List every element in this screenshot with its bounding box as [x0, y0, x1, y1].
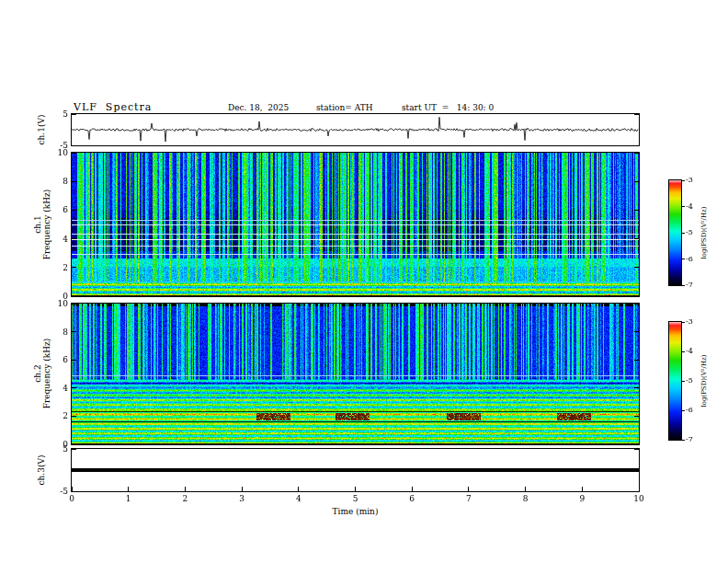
x-tick-label: 10 [630, 494, 648, 503]
panel-ch3-voltage [71, 448, 640, 492]
colorbar-tick-mark [682, 410, 685, 411]
ch1-spectrogram-canvas [72, 153, 639, 296]
y-label-text: ch.1(V) [37, 115, 46, 145]
colorbar-ch1 [668, 179, 682, 286]
x-tick-label: 1 [119, 494, 138, 503]
ch3-waveform-canvas [72, 449, 639, 491]
colorbar-tick-mark [682, 440, 685, 441]
colorbar-tick-mark [682, 233, 685, 234]
colorbar-tick-mark [682, 285, 685, 286]
figure-date: Dec. 18, 2025 [228, 103, 289, 112]
colorbar-tick-mark [682, 180, 685, 181]
colorbar-tick-mark [682, 381, 685, 382]
y-tick-label: 0 [48, 292, 68, 301]
x-axis-label: Time (min) [72, 507, 639, 516]
y-tick-label: 10 [48, 148, 68, 157]
colorbar-ch2 [668, 321, 682, 441]
ch1-waveform-canvas [72, 114, 639, 145]
y-label-unit: Frequency (kHz) [42, 190, 51, 260]
y-tick-label: 5 [48, 444, 68, 454]
colorbar-tick-label: -3 [686, 317, 702, 327]
y-label-ch1-voltage: ch.1(V) [37, 107, 46, 153]
panel-ch1-spectrogram [71, 152, 640, 297]
x-tick-label: 9 [573, 494, 591, 503]
y-label-text: ch.3(V) [37, 455, 46, 486]
colorbar-tick-label: -7 [686, 435, 702, 444]
x-tick-label: 6 [403, 494, 421, 503]
x-tick-label: 3 [233, 494, 251, 503]
panel-ch2-spectrogram [71, 303, 640, 445]
colorbar-tick-label: -7 [686, 281, 702, 290]
x-tick-label: 7 [460, 494, 478, 503]
figure-start-ut: start UT = 14: 30: 0 [402, 103, 494, 112]
figure-station: station= ATH [316, 103, 373, 112]
x-tick-label: 2 [176, 494, 194, 503]
x-tick-label: 0 [63, 494, 81, 503]
y-label-channel: ch.2 [33, 364, 42, 382]
vlf-spectra-figure: VLF Spectra Dec. 18, 2025 station= ATH s… [0, 0, 728, 563]
colorbar-tick-mark [682, 259, 685, 259]
y-tick-label: 10 [48, 299, 68, 308]
y-label-channel: ch.1 [33, 215, 42, 233]
panel-ch1-voltage [71, 113, 640, 146]
colorbar-tick-mark [682, 322, 685, 323]
y-label-ch1-frequency: ch.1 Frequency (kHz) [32, 178, 52, 270]
colorbar-ch2-label: log(PSD)(V²/Hz) [700, 341, 708, 420]
y-label-ch3-voltage: ch.3(V) [37, 447, 46, 493]
colorbar-tick-mark [682, 351, 685, 352]
y-label-ch2-frequency: ch.2 Frequency (kHz) [32, 327, 52, 419]
y-tick-label: 0 [48, 440, 68, 449]
x-tick-label: 8 [517, 494, 535, 503]
figure-title: VLF Spectra [74, 101, 152, 113]
colorbar-ch1-label: log(PSD)(V²/Hz) [700, 193, 708, 272]
y-tick-label: -5 [48, 141, 68, 150]
colorbar-tick-mark [682, 206, 685, 207]
x-tick-label: 4 [290, 494, 308, 503]
y-tick-label: 5 [48, 109, 68, 119]
y-tick-label: -5 [48, 487, 68, 496]
ch2-spectrogram-canvas [72, 304, 639, 444]
colorbar-tick-label: -3 [686, 176, 702, 185]
colorbar-ch1-canvas [669, 180, 681, 285]
x-tick-label: 5 [347, 494, 365, 503]
y-label-unit: Frequency (kHz) [42, 339, 51, 409]
colorbar-ch2-canvas [669, 322, 681, 440]
